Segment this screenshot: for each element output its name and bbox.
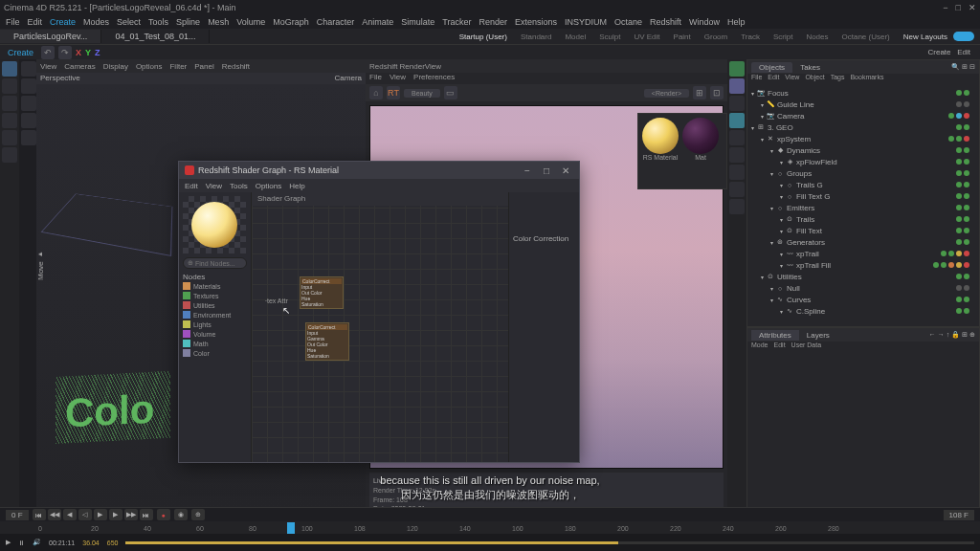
undo-button[interactable]: ↶ [41, 46, 55, 59]
layout-toggle[interactable] [953, 32, 974, 41]
material-preview[interactable] [183, 196, 246, 253]
menu-create[interactable]: Create [50, 17, 76, 27]
goto-start-button[interactable]: ⏮ [33, 509, 46, 520]
doc-tab[interactable]: 04_01_Test_08_01... [101, 30, 210, 43]
object-row[interactable]: ▾⊙Utilities [749, 271, 977, 282]
layout-tab[interactable]: Script [768, 32, 798, 42]
object-row[interactable]: ▾○Groups [749, 167, 977, 179]
dialog-close[interactable]: ✕ [558, 164, 573, 177]
next-frame-button[interactable]: ▶ [109, 509, 122, 520]
takes-tab[interactable]: Takes [792, 62, 828, 73]
layout-tab[interactable]: Octane (User) [836, 32, 896, 42]
play-icon[interactable]: ▶ [6, 539, 11, 546]
menu-spline[interactable]: Spline [176, 17, 200, 27]
object-row[interactable]: ▾◈xpFlowField [749, 156, 977, 167]
prev-frame-button[interactable]: ◀ [63, 509, 77, 520]
axis-y-icon[interactable]: Y [85, 48, 91, 57]
playhead[interactable] [287, 522, 295, 534]
frame-start-input[interactable]: 0 F [6, 510, 29, 520]
generator-icon[interactable] [729, 96, 745, 111]
cube-primitive-icon[interactable] [729, 61, 745, 77]
menu-animate[interactable]: Animate [362, 17, 393, 27]
rotate-tool[interactable] [2, 113, 17, 128]
attributes-tab[interactable]: Attributes [751, 330, 799, 341]
camera-icon[interactable] [729, 182, 745, 197]
object-row[interactable]: ▾○Fill Text G [749, 190, 977, 202]
menu-simulate[interactable]: Simulate [401, 17, 434, 27]
layout-tab[interactable]: Nodes [800, 32, 834, 42]
shader-node-2[interactable]: ColorCorrect InputGammaOut ColorHueSatur… [305, 322, 349, 361]
rv-aov-select[interactable]: Beauty [404, 89, 440, 98]
object-row[interactable]: ▾◆Dynamics [749, 144, 977, 156]
object-row[interactable]: ▾📷Focus [749, 87, 977, 99]
move-tool[interactable] [2, 78, 17, 94]
poly-mode[interactable] [21, 113, 36, 128]
frame-current-input[interactable]: 108 F [944, 510, 974, 520]
object-row[interactable]: ▾∿Curves [749, 294, 977, 305]
create-button[interactable]: Create [4, 48, 37, 57]
text-icon[interactable] [729, 113, 745, 128]
object-row[interactable]: ▾∿C.Spline [749, 305, 977, 317]
material-ball-1[interactable] [642, 118, 679, 154]
prev-key-button[interactable]: ◀◀ [48, 509, 61, 520]
tag-icon[interactable] [729, 199, 745, 214]
layout-tab[interactable]: Paint [668, 32, 697, 42]
objects-tab[interactable]: Objects [751, 62, 792, 73]
texture-mode[interactable] [21, 130, 36, 145]
axis-z-icon[interactable]: Z [95, 48, 100, 57]
redo-button[interactable]: ↷ [58, 46, 72, 59]
menu-window[interactable]: Window [689, 17, 720, 27]
scale-tool[interactable] [2, 96, 17, 111]
axis-x-icon[interactable]: X [76, 48, 81, 57]
play-back-button[interactable]: ◁ [78, 509, 92, 520]
next-key-button[interactable]: ▶▶ [124, 509, 138, 520]
menu-redshift[interactable]: Redshift [650, 17, 681, 27]
layout-tab[interactable]: Track [735, 32, 766, 42]
obj-search-icon[interactable]: 🔍 ⊞ ⊟ [951, 63, 975, 71]
shader-graph-canvas[interactable]: Shader Graph ·tex Attr ↖ ColorCorrect In… [252, 192, 508, 462]
record-button[interactable]: ● [157, 509, 170, 520]
field-icon[interactable] [729, 130, 745, 145]
rv-camera-select[interactable]: <Render> [644, 89, 689, 98]
menu-extensions[interactable]: Extensions [515, 17, 557, 27]
deformer-icon[interactable] [729, 147, 745, 163]
object-row[interactable]: ▾○Null [749, 282, 977, 294]
menu-select[interactable]: Select [117, 17, 141, 27]
play-button[interactable]: ▶ [94, 509, 107, 520]
rv-region-icon[interactable]: ▭ [444, 86, 457, 99]
object-row[interactable]: ▾📷Camera [749, 110, 977, 121]
layout-tab[interactable]: Startup (User) [454, 32, 513, 42]
object-row[interactable]: ▾⊛Generators [749, 236, 977, 248]
close-icon[interactable]: ✕ [969, 3, 976, 12]
point-mode[interactable] [21, 78, 36, 94]
menu-tracker[interactable]: Tracker [442, 17, 471, 27]
pause-icon[interactable]: ⏸ [18, 540, 25, 546]
volume-icon[interactable]: 🔊 [33, 539, 41, 546]
dialog-maximize[interactable]: □ [539, 164, 554, 177]
model-mode[interactable] [21, 61, 36, 77]
menu-character[interactable]: Character [317, 17, 355, 27]
rv-snap-icon[interactable]: ⊞ [693, 86, 706, 99]
menu-edit[interactable]: Edit [28, 17, 43, 27]
autokey-button[interactable]: ◉ [174, 509, 188, 520]
menu-octane[interactable]: Octane [614, 17, 642, 27]
timeline-ruler[interactable]: 0204060801001081201401601802002202402602… [0, 521, 980, 535]
menu-insydium[interactable]: INSYDIUM [565, 17, 607, 27]
shader-node-1[interactable]: ColorCorrect InputOut ColorHueSaturation [300, 276, 344, 309]
menu-modes[interactable]: Modes [83, 17, 109, 27]
object-tree[interactable]: ▾📷Focus▾📏Guide Line▾📷Camera▾⊞3. GEO▾✕xpS… [747, 85, 979, 319]
key-pos-button[interactable]: ⊕ [191, 509, 205, 520]
live-select-tool[interactable] [2, 61, 17, 77]
edge-mode[interactable] [21, 96, 36, 111]
rv-home-icon[interactable]: ⌂ [369, 86, 383, 99]
rv-wire-icon[interactable]: ⊡ [710, 86, 724, 99]
layers-tab[interactable]: Layers [807, 331, 830, 340]
object-row[interactable]: ▾⊙Fill Text [749, 225, 977, 236]
object-row[interactable]: ▾✕xpSystem [749, 133, 977, 144]
menu-volume[interactable]: Volume [236, 17, 265, 27]
tool-b[interactable] [2, 147, 17, 163]
menu-render[interactable]: Render [479, 17, 507, 27]
layout-tab[interactable]: Model [559, 32, 591, 42]
rv-rt-button[interactable]: RT [387, 86, 400, 99]
object-row[interactable]: ▾〰xpTrail Fill [749, 259, 977, 271]
